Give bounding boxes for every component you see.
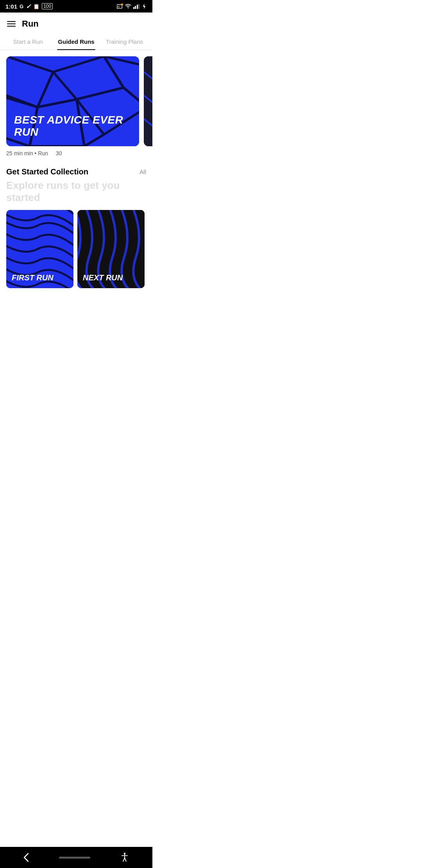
tab-guided-runs[interactable]: Guided Runs — [52, 33, 100, 50]
featured-card-1[interactable]: BEST ADVICE EVER RUN — [6, 56, 139, 146]
tab-start-a-run[interactable]: Start a Run — [4, 33, 52, 50]
cast-icon — [117, 4, 123, 9]
tab-bar: Start a Run Guided Runs Training Plans — [0, 33, 152, 50]
featured-cards-scroll[interactable]: BEST ADVICE EVER RUN — [6, 56, 152, 146]
featured-section: BEST ADVICE EVER RUN — [0, 50, 152, 146]
card-1-duration: 25 min min • Run — [6, 150, 48, 156]
page-title: Run — [22, 19, 39, 29]
collection-title: Get Started Collection — [6, 167, 88, 176]
collection-card-first-run[interactable]: FIRST RUN — [6, 210, 73, 288]
card-1-title: BEST ADVICE EVER RUN — [14, 114, 131, 138]
next-run-background: NEXT RUN — [77, 210, 145, 288]
collection-all-button[interactable]: All — [139, 169, 146, 175]
charging-icon — [141, 4, 147, 9]
wifi-icon — [125, 4, 131, 9]
status-left: 1:01 G ✓ 📋 100 — [5, 3, 53, 10]
card-metadata: 25 min min • Run 30 — [0, 146, 152, 156]
card-1-background: BEST ADVICE EVER RUN — [6, 56, 139, 146]
next-run-title: NEXT RUN — [83, 273, 139, 282]
battery-full-icon: 100 — [42, 3, 53, 9]
featured-card-2[interactable] — [144, 56, 152, 146]
nike-icon: ✓ — [26, 3, 31, 10]
collection-card-next-run[interactable]: NEXT RUN — [77, 210, 145, 288]
collection-section: Get Started Collection All Explore runs … — [0, 156, 152, 293]
header: Run — [0, 13, 152, 33]
first-run-background: FIRST RUN — [6, 210, 73, 288]
status-time: 1:01 — [5, 3, 17, 10]
clipboard-icon: 📋 — [33, 4, 39, 9]
svg-rect-1 — [121, 4, 123, 5]
svg-marker-2 — [143, 4, 146, 9]
card-2-duration: 30 — [56, 150, 62, 156]
hamburger-menu-button[interactable] — [7, 21, 16, 27]
tab-training-plans[interactable]: Training Plans — [100, 33, 148, 50]
collection-header: Get Started Collection All — [6, 167, 146, 176]
signal-icon — [133, 4, 140, 9]
collection-cards-scroll[interactable]: FIRST RUN NEXT RUN — [6, 210, 146, 288]
status-right-icons — [117, 4, 147, 9]
collection-subtitle: Explore runs to get you started — [6, 179, 146, 204]
status-bar: 1:01 G ✓ 📋 100 — [0, 0, 152, 13]
google-icon: G — [20, 4, 23, 9]
first-run-title: FIRST RUN — [12, 273, 68, 282]
